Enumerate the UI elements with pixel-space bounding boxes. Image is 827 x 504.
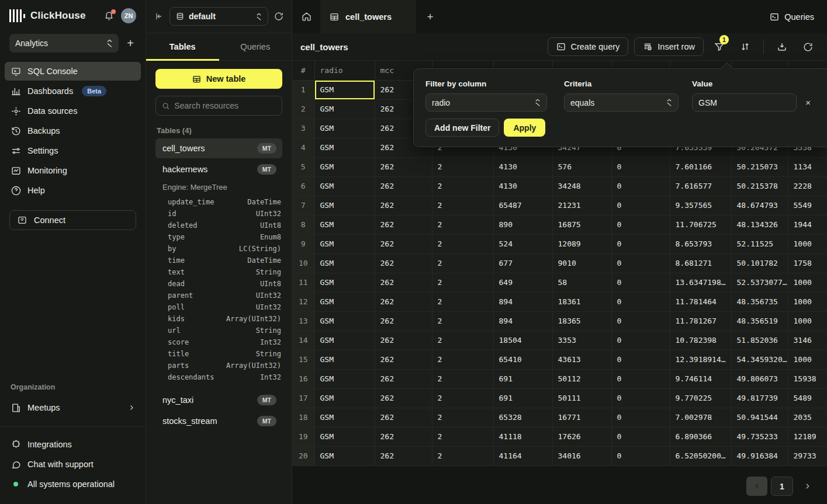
table-cell[interactable]: 50.941544 xyxy=(731,408,788,427)
sidebar-item-integrations[interactable]: Integrations xyxy=(5,435,141,454)
table-cell[interactable]: 9.770225 xyxy=(670,388,731,408)
table-cell[interactable]: 12.3918914… xyxy=(670,350,731,369)
table-cell[interactable]: 18365 xyxy=(552,311,611,331)
notifications-bell-icon[interactable] xyxy=(104,11,114,21)
table-cell[interactable]: 5549 xyxy=(788,196,827,215)
table-cell[interactable]: GSM xyxy=(314,99,375,119)
table-cell[interactable]: 41164 xyxy=(493,446,552,465)
workspace-select[interactable]: Analytics xyxy=(9,34,119,53)
sidebar-item-settings[interactable]: Settings xyxy=(5,141,141,160)
table-cell[interactable]: GSM xyxy=(314,427,375,446)
table-cell[interactable]: 0 xyxy=(611,427,670,446)
table-cell[interactable]: 576 xyxy=(552,157,611,176)
table-cell[interactable]: 6.890366 xyxy=(670,427,731,446)
sidebar-item-chat-support[interactable]: Chat with support xyxy=(5,455,141,474)
table-cell[interactable]: GSM xyxy=(314,215,375,234)
table-cell[interactable]: 52.11525 xyxy=(731,234,788,253)
table-cell[interactable]: 9.357565 xyxy=(670,196,731,215)
table-cell[interactable]: 12089 xyxy=(552,234,611,253)
table-cell[interactable]: GSM xyxy=(314,80,375,99)
table-cell[interactable]: GSM xyxy=(314,273,375,292)
table-cell[interactable]: 0 xyxy=(611,446,670,465)
table-cell[interactable]: 11.781267 xyxy=(670,311,731,331)
table-cell[interactable]: 1000 xyxy=(788,350,827,369)
table-cell[interactable]: 0 xyxy=(611,350,670,369)
table-cell[interactable]: 262 xyxy=(375,273,432,292)
table-cell[interactable]: 65328 xyxy=(493,408,552,427)
sort-icon[interactable] xyxy=(735,37,755,56)
next-page-button[interactable] xyxy=(797,477,818,496)
table-cell[interactable]: 2 xyxy=(432,331,493,350)
table-cell[interactable]: GSM xyxy=(314,446,375,465)
column-header[interactable]: # xyxy=(292,61,314,80)
new-tab-button[interactable]: + xyxy=(416,0,444,33)
table-cell[interactable]: 1000 xyxy=(788,311,827,331)
tab-queries[interactable]: Queries xyxy=(219,33,292,60)
add-workspace-button[interactable]: + xyxy=(124,36,136,50)
sidebar-item-sql-console[interactable]: SQL Console xyxy=(5,62,141,81)
table-cell[interactable]: 677 xyxy=(493,253,552,273)
table-cell[interactable]: 2 xyxy=(432,446,493,465)
table-cell[interactable]: GSM xyxy=(314,234,375,253)
table-item-nyc-taxi[interactable]: nyc_taxi MT xyxy=(155,390,282,410)
table-cell[interactable]: 2 xyxy=(432,234,493,253)
table-cell[interactable]: 48.674793 xyxy=(731,196,788,215)
table-cell[interactable]: GSM xyxy=(314,388,375,408)
table-cell[interactable]: 9010 xyxy=(552,253,611,273)
table-cell[interactable]: 50.215073 xyxy=(731,157,788,176)
table-cell[interactable]: 1000 xyxy=(788,292,827,311)
table-cell[interactable]: 49.806073 xyxy=(731,369,788,388)
table-cell[interactable]: 65410 xyxy=(493,350,552,369)
refresh-database-icon[interactable] xyxy=(274,12,283,21)
table-cell[interactable]: 50.215378 xyxy=(731,176,788,196)
table-cell[interactable]: 0 xyxy=(611,157,670,176)
table-cell[interactable]: 2228 xyxy=(788,176,827,196)
table-cell[interactable]: 7.601166 xyxy=(670,157,731,176)
table-cell[interactable]: 11.706725 xyxy=(670,215,731,234)
table-cell[interactable]: 34016 xyxy=(552,446,611,465)
table-cell[interactable]: 1134 xyxy=(788,157,827,176)
table-cell[interactable]: GSM xyxy=(314,350,375,369)
sidebar-item-backups[interactable]: Backups xyxy=(5,121,141,140)
filter-criteria-select[interactable]: equals xyxy=(564,93,679,112)
table-cell[interactable]: 691 xyxy=(493,369,552,388)
table-cell[interactable]: 2 xyxy=(432,176,493,196)
table-cell[interactable]: GSM xyxy=(314,331,375,350)
table-cell[interactable]: 1000 xyxy=(788,273,827,292)
column-header[interactable]: radio xyxy=(314,61,375,80)
table-cell[interactable]: 18504 xyxy=(493,331,552,350)
table-cell[interactable]: 0 xyxy=(611,234,670,253)
table-cell[interactable]: 50111 xyxy=(552,388,611,408)
tab-tables[interactable]: Tables xyxy=(146,33,219,60)
table-cell[interactable]: 262 xyxy=(375,446,432,465)
filter-icon[interactable]: 1 xyxy=(710,37,729,56)
queries-button[interactable]: Queries xyxy=(757,0,827,33)
table-item-stocks-stream[interactable]: stocks_stream MT xyxy=(155,411,282,431)
table-cell[interactable]: GSM xyxy=(314,138,375,157)
table-cell[interactable]: 691 xyxy=(493,388,552,408)
table-cell[interactable]: 0 xyxy=(611,388,670,408)
table-cell[interactable]: 894 xyxy=(493,311,552,331)
avatar[interactable]: ZN xyxy=(121,8,136,23)
home-icon[interactable] xyxy=(292,0,320,33)
table-cell[interactable]: 0 xyxy=(611,311,670,331)
table-cell[interactable]: 6.52050200… xyxy=(670,446,731,465)
search-box[interactable] xyxy=(155,96,282,116)
table-cell[interactable]: 49.817739 xyxy=(731,388,788,408)
table-cell[interactable]: 894 xyxy=(493,292,552,311)
table-cell[interactable]: 1944 xyxy=(788,215,827,234)
table-cell[interactable]: 49.916384 xyxy=(731,446,788,465)
table-cell[interactable]: GSM xyxy=(314,369,375,388)
table-cell[interactable]: 262 xyxy=(375,311,432,331)
table-cell[interactable]: 2 xyxy=(432,408,493,427)
table-cell[interactable]: GSM xyxy=(314,176,375,196)
table-cell[interactable]: 0 xyxy=(611,273,670,292)
table-cell[interactable]: 262 xyxy=(375,369,432,388)
database-select[interactable]: default xyxy=(169,7,268,26)
table-cell[interactable]: 3146 xyxy=(788,331,827,350)
sidebar-item-help[interactable]: Help xyxy=(5,181,141,200)
table-cell[interactable]: 3353 xyxy=(552,331,611,350)
sidebar-item-meetups[interactable]: Meetups xyxy=(5,398,141,417)
table-cell[interactable]: 17626 xyxy=(552,427,611,446)
prev-page-button[interactable] xyxy=(746,477,767,496)
